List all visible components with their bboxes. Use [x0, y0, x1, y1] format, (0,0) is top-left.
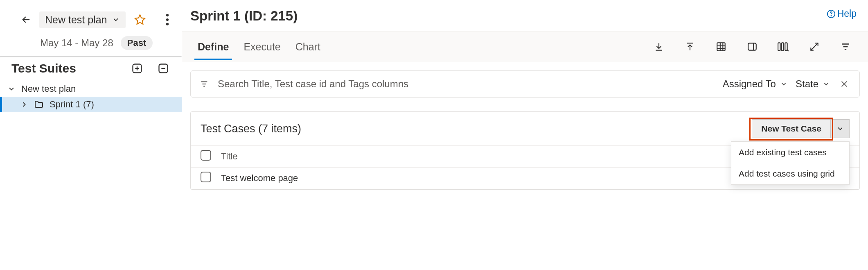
new-test-case-menu: Add existing test cases Add test cases u…	[731, 141, 850, 185]
svg-rect-10	[782, 43, 784, 50]
chevron-right-icon	[20, 100, 28, 109]
filter-state[interactable]: State	[796, 78, 830, 90]
plan-status-badge: Past	[121, 36, 153, 50]
grid-view-button[interactable]	[714, 40, 728, 54]
add-suite-button[interactable]	[130, 61, 144, 75]
svg-rect-9	[778, 43, 780, 50]
folder-icon	[34, 100, 44, 109]
cases-title: Test Cases (7 items)	[201, 123, 752, 135]
import-button[interactable]	[683, 40, 697, 54]
filter-assigned-to[interactable]: Assigned To	[723, 78, 787, 90]
main-panel: Sprint 1 (ID: 215) Help Define Execute C…	[182, 0, 868, 270]
export-button[interactable]	[652, 40, 666, 54]
menu-add-grid[interactable]: Add test cases using grid	[731, 163, 849, 184]
page-title: Sprint 1 (ID: 215)	[190, 8, 827, 24]
side-panel-button[interactable]	[745, 40, 759, 54]
select-all-checkbox[interactable]	[201, 150, 211, 161]
chevron-down-icon	[7, 85, 16, 93]
tab-chart[interactable]: Chart	[288, 34, 328, 60]
chevron-down-icon	[112, 16, 120, 24]
svg-point-6	[831, 16, 831, 16]
filter-state-label: State	[796, 78, 818, 90]
row-title: Test welcome page	[221, 173, 747, 184]
suites-heading: Test Suites	[11, 61, 130, 75]
search-input[interactable]	[217, 78, 715, 90]
search-bar: Assigned To State	[190, 70, 860, 98]
test-cases-card: Test Cases (7 items) New Test Case Add e…	[190, 111, 860, 190]
tab-execute[interactable]: Execute	[236, 34, 288, 60]
tab-define[interactable]: Define	[190, 34, 236, 60]
tree-child-item[interactable]: Sprint 1 (7)	[0, 97, 182, 112]
more-button[interactable]	[160, 7, 174, 32]
filter-button[interactable]	[839, 40, 852, 54]
fullscreen-button[interactable]	[807, 40, 821, 54]
new-test-case-dropdown[interactable]	[831, 119, 850, 138]
chevron-down-icon	[780, 80, 787, 88]
tree-root-item[interactable]: New test plan	[0, 81, 182, 97]
clear-filters-button[interactable]	[838, 78, 850, 90]
menu-add-existing[interactable]: Add existing test cases	[731, 142, 849, 163]
back-button[interactable]	[20, 14, 32, 25]
new-test-case-button[interactable]: New Test Case	[752, 119, 831, 138]
svg-rect-8	[748, 43, 756, 50]
toolbar	[652, 40, 860, 54]
filter-lines-icon	[200, 79, 209, 88]
plan-date-range: May 14 - May 28	[40, 37, 113, 49]
tab-bar: Define Execute Chart	[182, 32, 868, 62]
collapse-suite-button[interactable]	[156, 61, 170, 75]
sidebar: New test plan May 14 - May 28 Past Test …	[0, 0, 182, 270]
help-icon	[827, 9, 836, 18]
chevron-down-icon	[823, 80, 830, 88]
svg-rect-7	[717, 43, 725, 51]
column-options-button[interactable]	[776, 40, 790, 54]
row-checkbox[interactable]	[201, 172, 211, 182]
svg-point-0	[166, 14, 169, 16]
col-title[interactable]: Title	[221, 151, 747, 162]
tree-child-label: Sprint 1 (7)	[50, 99, 94, 110]
chevron-down-icon	[836, 125, 844, 133]
tree-root-label: New test plan	[21, 84, 76, 94]
favorite-button[interactable]	[133, 13, 147, 27]
suite-tree: New test plan Sprint 1 (7)	[0, 75, 182, 112]
plan-name: New test plan	[45, 14, 107, 26]
filter-assigned-label: Assigned To	[723, 78, 776, 90]
svg-point-2	[166, 23, 169, 25]
help-label: Help	[837, 8, 857, 19]
svg-point-1	[166, 18, 169, 21]
help-link[interactable]: Help	[827, 8, 857, 19]
plan-selector[interactable]: New test plan	[39, 11, 126, 28]
